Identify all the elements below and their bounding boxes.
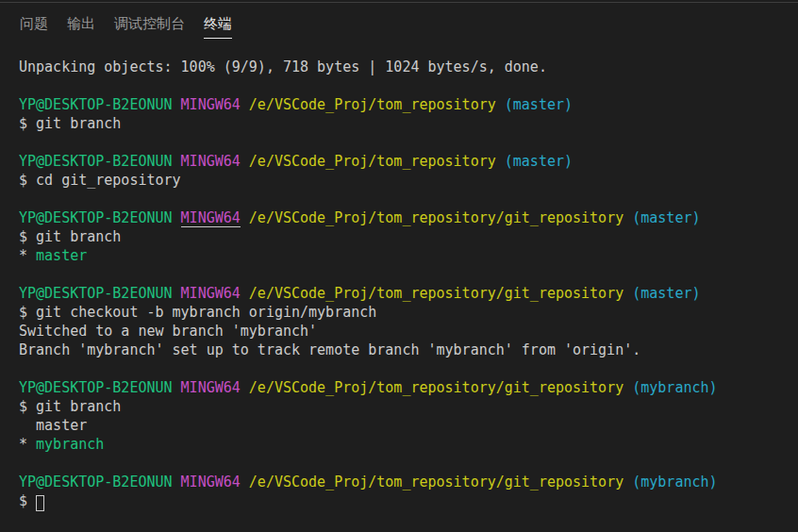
- terminal-text-segment: Switched to a new branch 'mybranch': [19, 323, 317, 340]
- terminal-line: $ git checkout -b mybranch origin/mybran…: [19, 303, 796, 322]
- terminal-line: master: [19, 416, 796, 435]
- terminal-text-segment: [173, 153, 181, 170]
- tab-terminal[interactable]: 终端: [204, 16, 232, 39]
- terminal-line: YP@DESKTOP-B2EONUN MINGW64 /e/VSCode_Pro…: [19, 152, 796, 171]
- terminal-line: Switched to a new branch 'mybranch': [19, 322, 796, 341]
- terminal-text-segment: YP@DESKTOP-B2EONUN: [19, 209, 173, 226]
- terminal-text-segment: $ git checkout -b mybranch origin/mybran…: [19, 304, 376, 321]
- terminal-line: [19, 265, 796, 284]
- terminal-text-segment: $: [19, 492, 36, 509]
- terminal-text-segment: (master): [632, 285, 700, 302]
- terminal-text-segment: [623, 474, 632, 490]
- terminal-text-segment: MINGW64: [181, 153, 241, 170]
- terminal-line: [19, 76, 796, 95]
- terminal-cursor: [36, 495, 44, 511]
- terminal-text-segment: [241, 153, 249, 170]
- terminal-line: * mybranch: [19, 435, 796, 454]
- terminal-text-segment: /e/VSCode_Proj/tom_repository: [249, 96, 496, 113]
- terminal-text-segment: /e/VSCode_Proj/tom_repository/git_reposi…: [249, 285, 623, 302]
- terminal-text-segment: [241, 285, 249, 302]
- terminal-text-segment: [173, 379, 181, 396]
- terminal-text-segment: [496, 96, 505, 113]
- terminal-text-segment: MINGW64: [181, 379, 241, 396]
- terminal-text-segment: YP@DESKTOP-B2EONUN: [19, 285, 173, 302]
- terminal-line: YP@DESKTOP-B2EONUN MINGW64 /e/VSCode_Pro…: [19, 284, 796, 303]
- terminal-text-segment: MINGW64: [181, 209, 241, 227]
- terminal-line: $: [19, 491, 796, 510]
- terminal-text-segment: mybranch: [36, 436, 104, 453]
- terminal-line: YP@DESKTOP-B2EONUN MINGW64 /e/VSCode_Pro…: [19, 378, 796, 397]
- terminal-text-segment: Branch 'mybranch' set up to track remote…: [19, 341, 640, 358]
- terminal-line: [19, 133, 796, 152]
- tab-debug-console[interactable]: 调试控制台: [114, 16, 185, 39]
- terminal-text-segment: MINGW64: [181, 96, 241, 113]
- terminal-text-segment: master: [19, 417, 87, 434]
- terminal-text-segment: MINGW64: [181, 285, 241, 302]
- terminal-text-segment: [173, 285, 181, 302]
- terminal-text-segment: $ cd git_repository: [19, 172, 181, 189]
- terminal-line: [19, 190, 796, 208]
- terminal-text-segment: (master): [505, 153, 573, 170]
- terminal-text-segment: master: [36, 247, 87, 264]
- terminal-text-segment: (master): [505, 96, 573, 113]
- terminal-text-segment: [241, 474, 249, 490]
- terminal-line: YP@DESKTOP-B2EONUN MINGW64 /e/VSCode_Pro…: [19, 95, 796, 114]
- terminal-line: $ git branch: [19, 227, 796, 246]
- terminal-text-segment: $ git branch: [19, 115, 121, 132]
- terminal-text-segment: YP@DESKTOP-B2EONUN: [19, 96, 173, 113]
- terminal-text-segment: $ git branch: [19, 228, 121, 245]
- terminal-line: $ git branch: [19, 114, 796, 133]
- terminal-text-segment: /e/VSCode_Proj/tom_repository/git_reposi…: [249, 379, 623, 396]
- terminal-line: [19, 454, 796, 473]
- terminal-line: $ cd git_repository: [19, 171, 796, 190]
- terminal-text-segment: (master): [632, 209, 700, 226]
- terminal-line: YP@DESKTOP-B2EONUN MINGW64 /e/VSCode_Pro…: [19, 473, 796, 491]
- terminal-text-segment: [241, 379, 249, 396]
- terminal-text-segment: $ git branch: [19, 398, 121, 415]
- terminal-text-segment: [623, 209, 632, 226]
- panel-tab-bar: 问题 输出 调试控制台 终端: [0, 3, 798, 47]
- terminal-output[interactable]: Unpacking objects: 100% (9/9), 718 bytes…: [19, 58, 796, 532]
- terminal-text-segment: *: [19, 247, 36, 264]
- terminal-text-segment: [496, 153, 505, 170]
- terminal-text-segment: [173, 474, 181, 490]
- terminal-text-segment: /e/VSCode_Proj/tom_repository/git_reposi…: [249, 474, 623, 490]
- terminal-text-segment: (mybranch): [632, 474, 717, 490]
- terminal-text-segment: (mybranch): [632, 379, 717, 396]
- terminal-text-segment: MINGW64: [181, 474, 241, 490]
- terminal-line: Branch 'mybranch' set up to track remote…: [19, 341, 796, 359]
- terminal-text-segment: /e/VSCode_Proj/tom_repository: [249, 153, 496, 170]
- terminal-text-segment: YP@DESKTOP-B2EONUN: [19, 474, 173, 490]
- terminal-text-segment: Unpacking objects: 100% (9/9), 718 bytes…: [19, 58, 547, 75]
- terminal-line: * master: [19, 246, 796, 265]
- terminal-text-segment: [173, 209, 181, 226]
- terminal-line: $ git branch: [19, 397, 796, 416]
- terminal-text-segment: [241, 209, 249, 226]
- terminal-line: Unpacking objects: 100% (9/9), 718 bytes…: [19, 58, 796, 76]
- terminal-text-segment: [623, 379, 632, 396]
- terminal-line: YP@DESKTOP-B2EONUN MINGW64 /e/VSCode_Pro…: [19, 208, 796, 227]
- terminal-text-segment: YP@DESKTOP-B2EONUN: [19, 153, 173, 170]
- tab-output[interactable]: 输出: [67, 16, 95, 39]
- terminal-line: [19, 359, 796, 378]
- terminal-text-segment: [241, 96, 249, 113]
- terminal-text-segment: [173, 96, 181, 113]
- terminal-text-segment: YP@DESKTOP-B2EONUN: [19, 379, 173, 396]
- terminal-text-segment: *: [19, 436, 36, 453]
- terminal-text-segment: /e/VSCode_Proj/tom_repository/git_reposi…: [249, 209, 623, 226]
- tab-problems[interactable]: 问题: [20, 16, 48, 39]
- terminal-text-segment: [623, 285, 632, 302]
